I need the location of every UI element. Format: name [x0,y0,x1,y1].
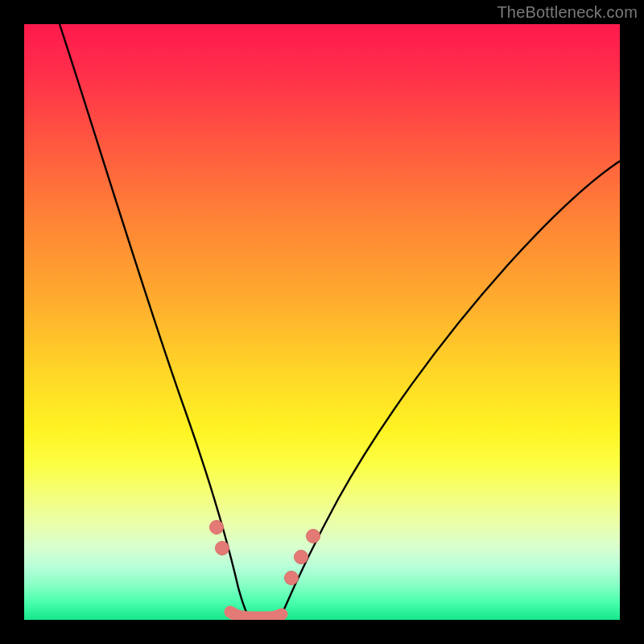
marker-dot [285,572,299,585]
right-curve [280,161,620,618]
curve-layer [24,24,620,620]
marker-dot [216,542,229,555]
watermark-text: TheBottleneck.com [497,3,638,22]
marker-dot [307,530,320,543]
marker-dot [210,521,224,535]
plot-area [24,24,620,620]
floor-band [230,612,282,617]
chart-frame: TheBottleneck.com [0,0,644,644]
marker-dot [295,551,308,564]
